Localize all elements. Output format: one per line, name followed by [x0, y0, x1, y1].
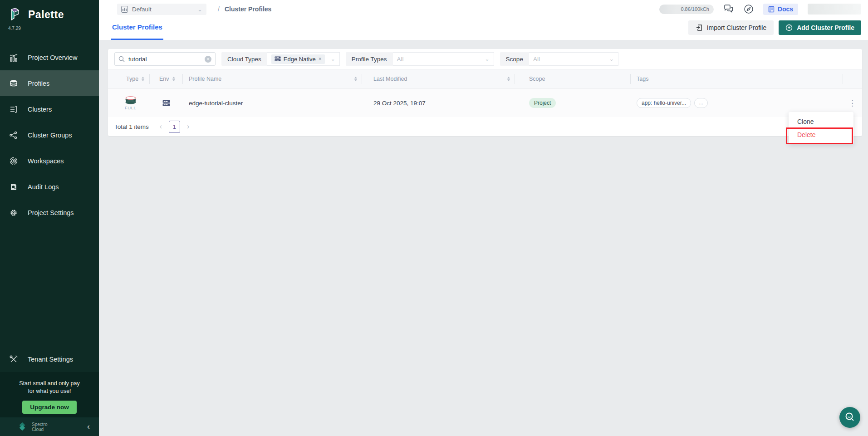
chat-button[interactable] [723, 4, 734, 14]
project-chart-icon [121, 6, 128, 13]
sidebar-item-clusters[interactable]: Clusters [0, 96, 99, 122]
sidebar-item-label: Audit Logs [28, 183, 59, 191]
sidebar-item-cluster-groups[interactable]: Cluster Groups [0, 122, 99, 148]
context-menu-clone[interactable]: Clone [789, 115, 853, 128]
profile-types-select[interactable]: All ⌄ [393, 52, 494, 66]
content-area: × Cloud Types [99, 40, 868, 436]
sidebar: Palette 4.7.29 Project Overview [0, 0, 99, 436]
scope-cell: Project [515, 98, 631, 108]
brand-line1: Spectro [32, 422, 47, 427]
sidebar-collapse-chevron[interactable]: ‹ [87, 422, 90, 431]
search-input[interactable] [128, 56, 201, 63]
sidebar-item-project-overview[interactable]: Project Overview [0, 44, 99, 70]
audit-doc-icon [9, 182, 19, 192]
sidebar-item-label: Tenant Settings [28, 356, 73, 363]
sidebar-item-audit-logs[interactable]: Audit Logs [0, 174, 99, 200]
docs-button[interactable]: Docs [763, 4, 798, 15]
list-icon [9, 104, 19, 114]
column-label: Tags [637, 76, 648, 82]
prev-page-chevron[interactable]: ‹ [160, 122, 162, 131]
next-page-chevron[interactable]: › [187, 122, 189, 131]
row-context-menu: Clone Delete [789, 112, 853, 144]
usage-meter[interactable]: 0.86/100kCh [659, 5, 714, 14]
row-actions-cell: ⋮ [843, 98, 862, 108]
sidebar-item-label: Profiles [28, 80, 49, 87]
column-header-type[interactable]: Type [108, 74, 150, 84]
sidebar-spacer [0, 225, 99, 346]
sort-icon[interactable] [142, 77, 144, 81]
tab-actions: Import Cluster Profile Add Cluster Profi… [688, 20, 861, 35]
cloud-types-select[interactable]: Edge Native × ⌄ [267, 52, 340, 66]
palette-app: Palette 4.7.29 Project Overview [0, 0, 868, 436]
scope-select[interactable]: All ⌄ [529, 52, 618, 66]
project-selector-value: Default [132, 6, 152, 13]
import-cluster-profile-button[interactable]: Import Cluster Profile [688, 20, 774, 35]
palette-logo: Palette [0, 0, 99, 23]
search-help-fab[interactable] [839, 407, 860, 428]
chevron-down-icon: ⌄ [606, 56, 614, 62]
user-menu-redacted[interactable] [808, 4, 861, 15]
book-icon [768, 6, 775, 13]
column-header-tags: Tags [631, 74, 843, 84]
tag-pill[interactable]: app: hello-univer... [637, 98, 691, 108]
spectro-cloud-logo-icon [17, 422, 27, 432]
sidebar-item-label: Clusters [28, 106, 52, 113]
plus-circle-icon [785, 24, 793, 31]
row-kebab-menu-icon[interactable]: ⋮ [848, 98, 857, 108]
app-version: 4.7.29 [8, 26, 99, 31]
sidebar-item-label: Project Settings [28, 209, 74, 216]
upgrade-now-button[interactable]: Upgrade now [22, 401, 77, 414]
clear-search-icon[interactable]: × [205, 56, 211, 63]
main-area: Default ⌄ / Cluster Profiles 0.86/100kCh [99, 0, 868, 436]
tab-cluster-profiles[interactable]: Cluster Profiles [111, 15, 163, 40]
cloud-types-filter: Cloud Types Edge Native × [221, 52, 340, 66]
sidebar-item-label: Workspaces [28, 157, 64, 165]
compass-icon [744, 4, 754, 14]
promo-text-line1: Start small and only pay [5, 380, 94, 387]
layers-stack-icon [9, 78, 19, 88]
top-bar: Default ⌄ / Cluster Profiles 0.86/100kCh [99, 0, 868, 15]
sidebar-item-workspaces[interactable]: Workspaces [0, 148, 99, 174]
context-menu-delete[interactable]: Delete [789, 128, 853, 141]
profiles-card: × Cloud Types [108, 49, 862, 136]
profile-type-cell: FULL [108, 96, 150, 110]
search-box: × [114, 52, 216, 66]
sidebar-footer: Spectro Cloud ‹ [0, 417, 99, 436]
page-number-button[interactable]: 1 [169, 121, 180, 133]
help-compass-button[interactable] [744, 4, 754, 14]
chevron-down-icon: ⌄ [481, 56, 490, 62]
sidebar-item-project-settings[interactable]: Project Settings [0, 200, 99, 225]
sort-icon[interactable] [172, 77, 175, 81]
more-tags-pill[interactable]: ... [694, 98, 708, 108]
sidebar-item-label: Cluster Groups [28, 132, 72, 139]
scope-filter: Scope All ⌄ [500, 52, 618, 66]
add-cluster-profile-button[interactable]: Add Cluster Profile [779, 20, 861, 35]
table-header: Type Env Profile Name Last Modified [108, 69, 862, 89]
env-cell [150, 100, 183, 107]
total-items-label: Total 1 items [114, 123, 149, 130]
profile-name[interactable]: edge-tutorial-cluster [183, 100, 362, 107]
breadcrumb: / Cluster Profiles [218, 5, 271, 13]
column-header-env[interactable]: Env [150, 74, 183, 84]
spectro-cloud-brand: Spectro Cloud [32, 422, 47, 432]
table-row[interactable]: FULL edge-tutorial-cluster 29 Oct 2025, … [108, 89, 862, 117]
column-label: Scope [529, 76, 545, 82]
project-selector[interactable]: Default ⌄ [117, 4, 206, 15]
last-modified: 29 Oct 2025, 19:07 [362, 100, 515, 107]
column-header-last-modified[interactable]: Last Modified [362, 74, 515, 84]
sidebar-item-profiles[interactable]: Profiles [0, 70, 99, 96]
profile-types-filter: Profile Types All ⌄ [346, 52, 494, 66]
tools-icon [9, 354, 19, 364]
sort-icon[interactable] [354, 77, 357, 81]
add-label: Add Cluster Profile [797, 24, 854, 31]
network-icon [9, 130, 19, 140]
promo-text-line2: for what you use! [5, 387, 94, 395]
sidebar-item-tenant-settings[interactable]: Tenant Settings [0, 346, 99, 372]
breadcrumb-current: Cluster Profiles [225, 5, 271, 13]
brand-line2: Cloud [32, 427, 47, 432]
search-icon [118, 56, 125, 62]
column-header-profile-name[interactable]: Profile Name [183, 74, 362, 84]
remove-chip-icon[interactable]: × [319, 56, 322, 62]
app-name: Palette [28, 9, 64, 21]
sort-icon[interactable] [507, 77, 510, 81]
